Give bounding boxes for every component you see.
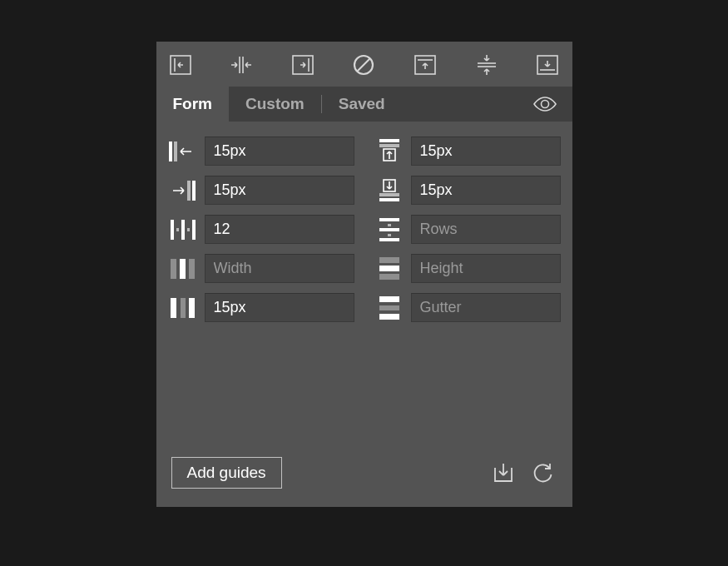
align-center-horizontal-button[interactable] [224,52,259,78]
top-margin-input[interactable] [411,137,561,166]
align-center-vertical-button[interactable] [469,52,504,78]
tab-bar: Form Custom Saved [156,87,572,122]
bottom-margin-icon [374,177,404,204]
svg-rect-41 [171,298,176,318]
align-center-h-icon [229,55,254,75]
field-top-margin [374,137,561,166]
svg-rect-33 [388,224,391,226]
field-col-width [168,254,354,283]
field-bottom-margin [374,176,561,205]
guides-panel: Form Custom Saved [156,42,572,507]
svg-rect-28 [176,228,179,231]
svg-rect-27 [192,220,196,240]
field-left-margin [168,137,354,166]
form-grid [156,122,572,330]
tab-form[interactable]: Form [156,87,230,122]
align-bottom-icon [537,55,558,75]
field-col-gutter [168,293,354,322]
row-gutter-icon [374,295,404,321]
bottom-margin-input[interactable] [411,176,561,205]
align-left-icon [170,55,191,75]
rows-icon [374,216,404,243]
align-toolbar [156,42,572,87]
row-gutter-input[interactable] [411,293,561,322]
svg-rect-45 [379,305,399,310]
tab-custom[interactable]: Custom [229,87,321,122]
svg-rect-38 [379,257,399,263]
col-width-input[interactable] [205,254,354,283]
field-columns [168,215,354,244]
visibility-toggle[interactable] [518,89,572,119]
top-margin-icon [374,138,404,165]
field-row-height [374,254,561,283]
svg-rect-46 [379,314,399,320]
field-right-margin [168,176,354,205]
svg-rect-37 [189,259,195,279]
no-icon [352,53,375,77]
align-bottom-button[interactable] [530,52,565,78]
svg-rect-43 [189,298,195,318]
svg-rect-42 [181,298,186,318]
panel-footer: Add guides [156,447,572,507]
columns-icon [168,216,198,243]
add-guides-button[interactable]: Add guides [171,457,282,489]
svg-rect-24 [379,198,399,201]
align-top-icon [414,55,436,75]
row-height-input[interactable] [411,254,561,283]
right-margin-input[interactable] [205,176,354,205]
svg-rect-15 [169,142,172,161]
reset-button[interactable] [529,459,557,487]
columns-input[interactable] [205,215,354,244]
svg-rect-17 [379,139,399,142]
left-margin-icon [168,138,198,165]
row-height-icon [374,256,404,282]
save-preset-button[interactable] [489,459,518,487]
right-margin-icon [168,177,198,204]
svg-rect-30 [379,218,399,221]
align-top-button[interactable] [408,52,443,78]
field-row-gutter [374,293,561,322]
svg-rect-34 [388,234,391,236]
svg-rect-40 [379,274,399,280]
field-rows [374,215,561,244]
svg-rect-39 [379,266,399,271]
clear-guides-button[interactable] [346,52,381,78]
eye-icon [532,96,557,112]
svg-rect-18 [379,144,399,147]
svg-rect-31 [379,228,399,231]
align-right-button[interactable] [285,52,320,78]
col-gutter-icon [168,295,198,321]
spacer [156,330,572,447]
svg-rect-23 [379,193,399,196]
col-gutter-input[interactable] [205,293,354,322]
align-center-v-icon [476,53,498,77]
save-icon [493,462,514,484]
rows-input[interactable] [411,215,561,244]
tab-saved[interactable]: Saved [322,87,402,122]
svg-rect-29 [187,228,190,231]
svg-rect-32 [379,238,399,241]
svg-rect-20 [187,181,191,201]
svg-rect-36 [180,259,186,279]
svg-rect-21 [192,181,196,201]
svg-rect-16 [174,142,177,161]
align-left-button[interactable] [163,52,198,78]
left-margin-input[interactable] [205,137,354,166]
svg-rect-25 [171,220,174,240]
svg-rect-44 [379,296,399,302]
svg-line-7 [358,59,370,72]
svg-rect-26 [181,220,185,240]
col-width-icon [168,256,198,282]
svg-point-14 [541,101,548,108]
svg-rect-35 [171,259,176,279]
align-right-icon [292,55,314,75]
refresh-icon [532,462,554,484]
